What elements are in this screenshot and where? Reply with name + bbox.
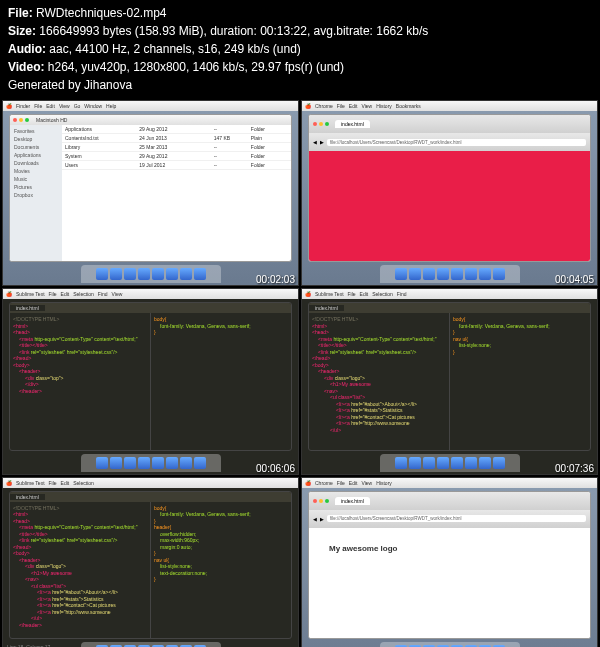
window-title: Macintosh HD — [36, 117, 67, 123]
apple-icon: 🍎 — [6, 291, 12, 297]
table-row: System29 Aug 2012--Folder — [62, 152, 291, 161]
page-heading: My awesome logo — [329, 544, 397, 553]
editor-tab[interactable]: index.html — [10, 305, 45, 311]
thumbnail-3-editor: 🍎Sublime TextFileEditSelectionFindView i… — [2, 288, 299, 474]
dock[interactable] — [81, 265, 221, 283]
table-row: Users19 Jul 2012--Folder — [62, 161, 291, 170]
dock[interactable] — [380, 642, 520, 647]
dock[interactable] — [81, 454, 221, 472]
thumbnail-4-editor: 🍎Sublime TextFileEditSelectionFind index… — [301, 288, 598, 474]
apple-icon: 🍎 — [305, 103, 311, 109]
file-list[interactable]: Applications29 Aug 2012--Folder Contents… — [62, 125, 291, 262]
table-row: ContentsInd.txt24 Jun 2013147 KBPlain — [62, 134, 291, 143]
timestamp: 00:07:36 — [555, 463, 594, 474]
apple-icon: 🍎 — [6, 103, 12, 109]
forward-icon[interactable]: ▶ — [320, 516, 324, 522]
thumbnail-2-browser: 🍎ChromeFileEditViewHistoryBookmarks inde… — [301, 100, 598, 286]
editor-tab[interactable]: index.html — [10, 494, 45, 500]
editor-window[interactable]: index.html <!DOCTYPE HTML> <html> <head>… — [9, 302, 292, 450]
code-pane-right[interactable]: body{ font-family: Verdana, Geneva, sans… — [151, 313, 291, 449]
forward-icon[interactable]: ▶ — [320, 139, 324, 145]
address-bar[interactable]: file:///localhost/Users/Screencast/Deskt… — [327, 139, 586, 146]
finder-window[interactable]: Macintosh HD FavoritesDesktopDocumentsAp… — [9, 114, 292, 262]
timestamp: 00:04:05 — [555, 274, 594, 285]
code-pane-right[interactable]: body{ font-family: Verdana, Geneva, sans… — [151, 502, 291, 638]
dock[interactable] — [81, 642, 221, 647]
table-row: Library25 Mar 2013--Folder — [62, 143, 291, 152]
close-icon[interactable] — [313, 499, 317, 503]
editor-window[interactable]: index.html <!DOCTYPE HTML> <html> <head>… — [9, 491, 292, 639]
close-icon[interactable] — [13, 118, 17, 122]
code-pane-left[interactable]: <!DOCTYPE HTML> <html> <head> <meta http… — [309, 313, 450, 449]
minimize-icon[interactable] — [19, 118, 23, 122]
table-row: Applications29 Aug 2012--Folder — [62, 125, 291, 134]
page-content — [309, 151, 590, 262]
browser-window[interactable]: index.html ◀▶file:///localhost/Users/Scr… — [308, 114, 591, 262]
finder-sidebar[interactable]: FavoritesDesktopDocumentsApplicationsDow… — [10, 125, 62, 262]
browser-window[interactable]: index.html ◀▶file:///localhost/Users/Scr… — [308, 491, 591, 639]
dock[interactable] — [380, 265, 520, 283]
browser-tab[interactable]: index.html — [335, 120, 370, 128]
browser-tab[interactable]: index.html — [335, 497, 370, 505]
thumbnail-6-browser: 🍎ChromeFileEditViewHistory index.html ◀▶… — [301, 477, 598, 647]
editor-window[interactable]: index.html <!DOCTYPE HTML> <html> <head>… — [308, 302, 591, 450]
menubar: 🍎 FinderFileEditViewGoWindowHelp — [3, 101, 298, 111]
code-pane-left[interactable]: <!DOCTYPE HTML> <html> <head> <meta http… — [10, 313, 151, 449]
address-bar[interactable]: file:///localhost/Users/Screencast/Deskt… — [327, 515, 586, 522]
apple-icon: 🍎 — [305, 291, 311, 297]
apple-icon: 🍎 — [6, 480, 12, 486]
editor-tab[interactable]: index.html — [309, 305, 344, 311]
apple-icon: 🍎 — [305, 480, 311, 486]
timestamp: 00:06:06 — [256, 463, 295, 474]
thumbnail-1-finder: 🍎 FinderFileEditViewGoWindowHelp Macinto… — [2, 100, 299, 286]
minimize-icon[interactable] — [319, 499, 323, 503]
maximize-icon[interactable] — [25, 118, 29, 122]
maximize-icon[interactable] — [325, 499, 329, 503]
maximize-icon[interactable] — [325, 122, 329, 126]
close-icon[interactable] — [313, 122, 317, 126]
page-content: My awesome logo — [309, 528, 590, 639]
media-info-header: File: RWDtechniques-02.mp4 Size: 1666499… — [0, 0, 600, 98]
code-pane-left[interactable]: <!DOCTYPE HTML> <html> <head> <meta http… — [10, 502, 151, 638]
dock[interactable] — [380, 454, 520, 472]
thumbnail-grid: 🍎 FinderFileEditViewGoWindowHelp Macinto… — [0, 98, 600, 647]
timestamp: 00:02:03 — [256, 274, 295, 285]
back-icon[interactable]: ◀ — [313, 139, 317, 145]
minimize-icon[interactable] — [319, 122, 323, 126]
back-icon[interactable]: ◀ — [313, 516, 317, 522]
thumbnail-5-editor: 🍎Sublime TextFileEditSelection index.htm… — [2, 477, 299, 647]
code-pane-right[interactable]: body{ font-family: Verdana, Geneva, sans… — [450, 313, 590, 449]
